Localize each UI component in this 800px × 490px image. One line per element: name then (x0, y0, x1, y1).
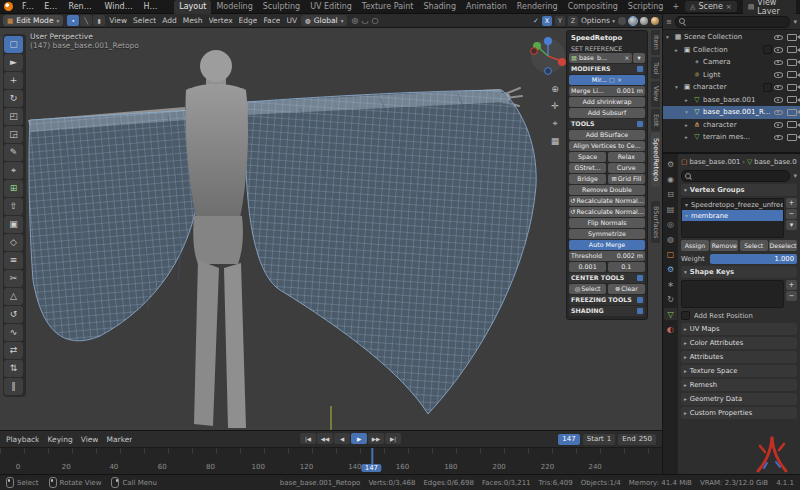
membrane[interactable]: ▾membrane (682, 210, 783, 221)
workspace-tab[interactable]: Animation (461, 0, 512, 14)
loop-cut-tool[interactable]: ≡ (4, 252, 23, 269)
vertex-group-action-button[interactable]: Deselect (769, 240, 797, 251)
curve-button[interactable]: Curve (608, 163, 645, 173)
center-clear-button[interactable]: ⊗Clear (608, 284, 645, 294)
frame-start-field[interactable]: Start1 (583, 434, 616, 445)
gstretch-button[interactable]: GStret... (569, 163, 606, 173)
collapsed-section-header[interactable]: ▸UV Maps (681, 323, 797, 335)
jump-to-end-button[interactable]: ▶| (385, 433, 401, 444)
scene-selector[interactable]: ◬Scene× (685, 1, 737, 12)
camera-view-icon[interactable]: ⌖ (548, 118, 562, 129)
eye-icon[interactable] (774, 121, 783, 128)
play-button[interactable]: ▶ (351, 433, 367, 444)
add-subsurf-button[interactable]: Add Subsurf (569, 108, 645, 118)
speedretopo-panel-title[interactable]: SpeedRetopo (569, 33, 645, 43)
workspace-tab[interactable]: Rendering (512, 0, 563, 14)
properties-search-input[interactable] (681, 170, 790, 182)
viewport-menu[interactable]: Vertex (209, 16, 233, 25)
collection-checkbox[interactable] (763, 83, 772, 92)
outliner-row[interactable]: ▾ ▣ character (663, 81, 800, 94)
modifiers-info-icon[interactable] (637, 66, 643, 72)
eye-icon[interactable] (774, 71, 783, 78)
add-shape-key-button[interactable]: + (786, 280, 797, 290)
mirror-z-toggle[interactable]: Z (568, 16, 578, 26)
zoom-icon[interactable]: ⊕ (548, 84, 562, 94)
current-frame-field[interactable]: 147 (558, 434, 579, 445)
recalculate-normals-outside-button[interactable]: ↺Recalculate Normal... (569, 196, 645, 206)
eye-icon[interactable] (774, 46, 783, 53)
camera-visibility-icon[interactable] (787, 59, 797, 66)
options-dropdown[interactable]: Options ▾ (581, 16, 615, 25)
eye-icon[interactable] (774, 84, 783, 91)
viewport-menu[interactable]: Select (133, 16, 156, 25)
sidebar-tab[interactable]: Item (651, 30, 660, 55)
collapsed-section-header[interactable]: ▸Remesh (681, 379, 797, 391)
proportional-edit-icon[interactable]: ○ (371, 16, 378, 25)
merge-value-field[interactable]: 0.001 (569, 262, 606, 272)
viewport-3d[interactable]: User Perspective (147) base_base.001_Ret… (0, 28, 662, 430)
eye-icon[interactable] (774, 59, 783, 66)
workspace-tab[interactable]: Shading (418, 0, 461, 14)
viewport-menu[interactable]: Edge (239, 16, 258, 25)
snap-magnet-icon[interactable]: ◡ (361, 16, 368, 25)
expander-icon[interactable]: ▾ (685, 109, 691, 115)
outliner-row[interactable]: ▸ ▽ terrain mes... (663, 131, 800, 144)
prev-keyframe-button[interactable]: ◀◀ (317, 433, 333, 444)
reference-extra-button[interactable]: ▾ (633, 53, 645, 63)
measure-tool[interactable]: ⌖ (4, 162, 23, 179)
mirror-modifier-button[interactable]: Mir...▢× (569, 75, 645, 85)
camera-visibility-icon[interactable] (787, 121, 797, 128)
center-select-button[interactable]: ◎Select (569, 284, 606, 294)
move-tool[interactable]: + (4, 72, 23, 89)
workspace-tab[interactable]: Sculpting (258, 0, 305, 14)
ortho-toggle-icon[interactable]: ▦ (548, 136, 562, 146)
transform-orientation-dropdown[interactable]: ◍ Global▾ (301, 15, 347, 26)
rip-region-tool[interactable]: ∥ (4, 378, 23, 395)
workspace-tab[interactable]: UV Editing (305, 0, 357, 14)
blender-logo-icon[interactable] (4, 2, 13, 11)
shading-info-icon[interactable] (637, 308, 643, 314)
camera-visibility-icon[interactable] (787, 96, 797, 103)
freezing-tools-section-header[interactable]: FREEZING TOOLS (569, 295, 645, 305)
collapsed-section-header[interactable]: ▸Attributes (681, 351, 797, 363)
expander-icon[interactable]: ▸ (675, 47, 681, 53)
Speedretopo_freeze_unfreeze[interactable]: ▾Speedretopo_freeze_unfreeze (682, 199, 783, 210)
eye-icon[interactable] (774, 109, 783, 116)
shrink-fatten-tool[interactable]: ⇅ (4, 360, 23, 377)
sidebar-tab[interactable]: SpeedRetopo (651, 133, 660, 186)
expander-icon[interactable]: ▸ (685, 122, 691, 128)
viewport-menu[interactable]: Mesh (183, 16, 203, 25)
collapsed-section-header[interactable]: ▸Texture Space (681, 365, 797, 377)
align-vertices-button[interactable]: Align Vertices to Ce... (569, 141, 645, 151)
outliner-row[interactable]: ▸ ⋔ character (663, 119, 800, 132)
center-tools-info-icon[interactable] (637, 275, 643, 281)
timeline-menu[interactable]: Marker (106, 435, 132, 444)
annotate-tool[interactable]: ✎ (4, 144, 23, 161)
viewport-menu[interactable]: View (109, 16, 127, 25)
camera-visibility-icon[interactable] (787, 71, 797, 78)
timeline-ruler[interactable]: 020406080100120140147160180200220240 (0, 447, 662, 475)
mirror-x-toggle[interactable]: X (542, 16, 552, 26)
object-data-tab[interactable]: ▽ (664, 308, 677, 320)
modifiers-tab[interactable]: ⚙ (664, 263, 677, 275)
collapsed-section-header[interactable]: ▸Color Attributes (681, 337, 797, 349)
select-box-tool[interactable]: ▢ (4, 36, 23, 53)
camera-visibility-icon[interactable] (787, 34, 797, 41)
relax-button[interactable]: Relax (608, 152, 645, 162)
viewport-menu[interactable]: UV (286, 16, 297, 25)
grid-fill-button[interactable]: ⊞Grid Fill (608, 174, 645, 184)
filter-funnel-icon[interactable]: ▾ (793, 18, 797, 26)
camera-visibility-icon[interactable] (787, 46, 797, 53)
timeline-menu[interactable]: Playback (6, 435, 39, 444)
freezing-info-icon[interactable] (637, 297, 643, 303)
sidebar-tab[interactable]: View (651, 81, 660, 106)
topbar-menu[interactable]: File (18, 2, 38, 11)
object-tab[interactable]: ▢ (664, 248, 677, 260)
add-cube-tool[interactable]: ⊞ (4, 180, 23, 197)
expander-icon[interactable]: ▾ (666, 34, 672, 40)
frame-end-field[interactable]: End250 (618, 434, 656, 445)
cursor-tool[interactable]: ► (4, 54, 23, 71)
knife-tool[interactable]: ✂ (4, 270, 23, 287)
timeline-menu[interactable]: Keying (47, 435, 72, 444)
render-tab[interactable]: ◉ (664, 173, 677, 185)
